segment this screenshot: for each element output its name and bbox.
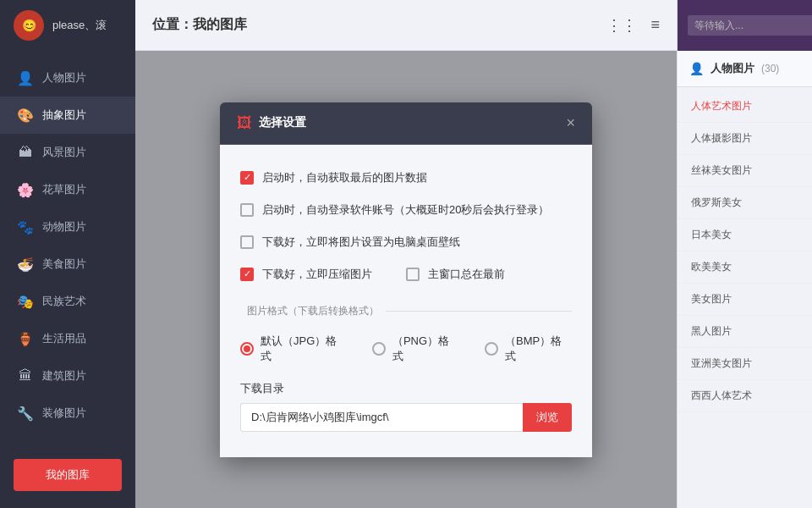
right-sidebar: 🔍 👤 人物图片 (30) 人体艺术图片人体摄影图片丝袜美女图片俄罗斯美女日本美…: [677, 0, 812, 508]
checkbox-row-wallpaper: 下载好，立即将图片设置为电脑桌面壁纸: [240, 226, 572, 258]
browse-button[interactable]: 浏览: [523, 403, 572, 432]
checkbox-compress[interactable]: [240, 268, 254, 281]
right-list-item-silk[interactable]: 丝袜美女图片: [678, 155, 812, 187]
dialog-title-icon: 🖼: [237, 114, 252, 132]
sidebar-item-folk_art[interactable]: 🎭民族艺术: [0, 283, 135, 320]
search-input[interactable]: [688, 15, 812, 36]
username-label: please、滚: [52, 18, 107, 33]
nav-label-scenery: 风景图片: [42, 145, 86, 160]
dir-section: 下载目录 浏览: [240, 373, 572, 440]
nav-label-people: 人物图片: [42, 70, 86, 86]
dir-path-input[interactable]: [240, 403, 523, 432]
breadcrumb-location: 我的图库: [193, 17, 247, 31]
dialog-title: 选择设置: [259, 115, 306, 130]
checkbox-wallpaper[interactable]: [240, 235, 254, 249]
nav-icon-scenery: 🏔: [17, 144, 34, 161]
section-divider: [386, 311, 572, 312]
sidebar-item-scenery[interactable]: 🏔风景图片: [0, 134, 135, 171]
main-area: 位置：我的图库 ⋮⋮ ≡ WWW.WEDOWN.COM 🖼 选择设置 ×: [135, 0, 677, 508]
format-section-title: 图片格式（下载后转换格式）: [240, 290, 572, 325]
checkbox-compress-label: 下载好，立即压缩图片: [262, 267, 372, 282]
nav-label-buildings: 建筑图片: [42, 368, 86, 384]
right-list-item-photo[interactable]: 人体摄影图片: [678, 123, 812, 155]
nav-label-flowers: 花草图片: [42, 182, 86, 197]
my-library-button[interactable]: 我的图库: [14, 459, 122, 491]
right-list-item-art[interactable]: 人体艺术图片: [678, 91, 812, 123]
sidebar-item-people[interactable]: 👤人物图片: [0, 59, 135, 97]
dialog-overlay: 🖼 选择设置 × 启动时，自动获取最后的图片数据 启动时，自动登录软件账号（大概…: [135, 51, 677, 508]
right-list-item-black[interactable]: 黑人图片: [678, 316, 812, 348]
right-list-item-body_art[interactable]: 西西人体艺术: [678, 380, 812, 412]
checkbox-auto-fetch-label: 启动时，自动获取最后的图片数据: [262, 170, 427, 185]
right-list-item-japanese[interactable]: 日本美女: [678, 219, 812, 251]
nav-icon-buildings: 🏛: [17, 367, 34, 384]
dir-section-label: 下载目录: [240, 381, 572, 396]
nav-label-decoration: 装修图片: [42, 406, 86, 421]
breadcrumb: 位置：我的图库: [152, 16, 247, 34]
checkbox-auto-fetch[interactable]: [240, 171, 254, 185]
right-header: 🔍: [678, 0, 812, 51]
sidebar-item-animals[interactable]: 🐾动物图片: [0, 208, 135, 246]
nav-label-food: 美食图片: [42, 257, 86, 272]
main-header: 位置：我的图库 ⋮⋮ ≡: [135, 0, 677, 51]
radio-bmp[interactable]: （BMP）格式: [485, 334, 572, 364]
nav-label-folk_art: 民族艺术: [42, 294, 86, 309]
nav-icon-flowers: 🌸: [17, 181, 34, 198]
category-icon: 👤: [689, 62, 704, 75]
dir-input-row: 浏览: [240, 403, 572, 432]
radio-jpg[interactable]: 默认（JPG）格式: [240, 334, 347, 364]
checkbox-auto-login[interactable]: [240, 203, 254, 217]
sidebar-header: 😊 please、滚: [0, 0, 135, 51]
settings-dialog: 🖼 选择设置 × 启动时，自动获取最后的图片数据 启动时，自动登录软件账号（大概…: [220, 102, 592, 457]
dialog-title-area: 🖼 选择设置: [237, 114, 306, 132]
dialog-body: 启动时，自动获取最后的图片数据 启动时，自动登录软件账号（大概延时20秒后会执行…: [220, 145, 592, 457]
sidebar-footer: 我的图库: [0, 445, 135, 508]
avatar: 😊: [14, 10, 44, 41]
sidebar-item-abstract[interactable]: 🎨抽象图片: [0, 97, 135, 134]
right-list-item-russian[interactable]: 俄罗斯美女: [678, 187, 812, 219]
radio-jpg-indicator: [240, 342, 254, 356]
nav-label-abstract: 抽象图片: [42, 108, 86, 123]
right-list: 人体艺术图片人体摄影图片丝袜美女图片俄罗斯美女日本美女欧美美女美女图片黑人图片亚…: [678, 87, 812, 416]
checkbox-row-auto-login: 启动时，自动登录软件账号（大概延时20秒后会执行登录）: [240, 194, 572, 226]
checkbox-auto-login-label: 启动时，自动登录软件账号（大概延时20秒后会执行登录）: [262, 202, 549, 218]
checkbox-row-compress: 下载好，立即压缩图片: [240, 258, 372, 290]
sidebar-item-daily[interactable]: 🏺生活用品: [0, 320, 135, 357]
nav-label-animals: 动物图片: [42, 219, 86, 235]
menu-icon[interactable]: ≡: [650, 16, 660, 34]
nav-icon-animals: 🐾: [17, 218, 34, 235]
checkbox-row-auto-fetch: 启动时，自动获取最后的图片数据: [240, 162, 572, 194]
checkbox-pair-row: 下载好，立即压缩图片 主窗口总在最前: [240, 258, 572, 290]
sidebar-item-decoration[interactable]: 🔧装修图片: [0, 395, 135, 432]
grid-icon[interactable]: ⋮⋮: [606, 16, 637, 35]
category-title: 人物图片: [710, 61, 754, 76]
right-category-header: 👤 人物图片 (30): [678, 51, 812, 87]
category-count: (30): [761, 63, 779, 75]
sidebar-item-flowers[interactable]: 🌸花草图片: [0, 171, 135, 208]
checkbox-wallpaper-label: 下载好，立即将图片设置为电脑桌面壁纸: [262, 235, 460, 250]
right-list-item-asian[interactable]: 亚洲美女图片: [678, 348, 812, 380]
checkbox-front-window-label: 主窗口总在最前: [428, 267, 505, 282]
left-sidebar: 😊 please、滚 👤人物图片🎨抽象图片🏔风景图片🌸花草图片🐾动物图片🍜美食图…: [0, 0, 135, 508]
nav-icon-abstract: 🎨: [17, 107, 34, 124]
format-radio-group: 默认（JPG）格式 （PNG）格式 （BMP）格式: [240, 325, 572, 373]
checkbox-front-window[interactable]: [406, 268, 420, 281]
radio-png-indicator: [372, 342, 386, 356]
radio-jpg-label: 默认（JPG）格式: [261, 334, 347, 364]
breadcrumb-prefix: 位置：: [152, 17, 193, 31]
radio-bmp-indicator: [485, 342, 498, 356]
nav-icon-daily: 🏺: [17, 330, 34, 347]
radio-png[interactable]: （PNG）格式: [372, 334, 459, 364]
header-icons: ⋮⋮ ≡: [606, 16, 660, 35]
sidebar-item-food[interactable]: 🍜美食图片: [0, 246, 135, 283]
dialog-close-button[interactable]: ×: [566, 115, 575, 130]
nav-icon-decoration: 🔧: [17, 405, 34, 422]
right-list-item-beauty[interactable]: 欧美美女: [678, 251, 812, 284]
sidebar-item-buildings[interactable]: 🏛建筑图片: [0, 357, 135, 395]
nav-icon-food: 🍜: [17, 256, 34, 273]
right-list-item-nice[interactable]: 美女图片: [678, 284, 812, 316]
nav-label-daily: 生活用品: [42, 331, 86, 346]
radio-png-label: （PNG）格式: [392, 334, 459, 364]
main-content: WWW.WEDOWN.COM 🖼 选择设置 × 启动时，自动获取最后的图片数据: [135, 51, 677, 508]
nav-icon-people: 👤: [17, 69, 34, 86]
